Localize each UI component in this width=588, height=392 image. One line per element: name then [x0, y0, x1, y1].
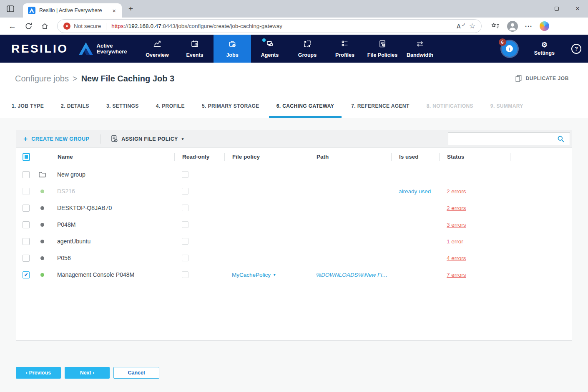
step-primary-storage[interactable]: 5. PRIMARY STORAGE	[194, 94, 267, 118]
nav-jobs[interactable]: Jobs	[214, 35, 251, 63]
errors-link[interactable]: 3 errors	[447, 222, 466, 228]
duplicate-job-label: DUPLICATE JOB	[525, 76, 569, 81]
nav-profiles[interactable]: Profiles	[326, 35, 364, 63]
read-only-checkbox[interactable]	[182, 221, 188, 228]
read-aloud-glyph: A	[457, 23, 461, 30]
step-reference-agent[interactable]: 7. REFERENCE AGENT	[344, 94, 417, 118]
duplicate-job-button[interactable]: DUPLICATE JOB	[515, 75, 569, 82]
path-link[interactable]: %DOWNLOADS%\New Fi…	[316, 272, 388, 278]
agents-status-dot	[262, 38, 266, 42]
assign-file-policy-button[interactable]: ASSIGN FILE POLICY ▾	[111, 135, 184, 142]
table-row[interactable]: New group	[16, 166, 572, 183]
table-row[interactable]: P048M 3 errors	[16, 216, 572, 233]
notifications-button[interactable]: 6 i	[502, 41, 518, 57]
file-policy-dropdown[interactable]: MyCachePolicy ▾	[232, 272, 276, 278]
header-right: 6 i ⚙ Settings ?	[502, 35, 588, 63]
nav-overview[interactable]: Overview	[138, 35, 176, 63]
column-read-only: Read-only	[174, 153, 224, 161]
nav-settings[interactable]: ⚙ Settings	[534, 41, 555, 56]
refresh-icon[interactable]	[25, 22, 33, 30]
close-window-button[interactable]: ×	[567, 0, 588, 18]
errors-link[interactable]: 4 errors	[447, 255, 466, 261]
errors-link[interactable]: 2 errors	[447, 205, 466, 211]
copilot-icon[interactable]	[540, 21, 549, 31]
app-header: RESILIO Active Everywhere Overview Event…	[0, 35, 588, 63]
read-only-checkbox[interactable]	[182, 255, 188, 261]
table-row[interactable]: ✔ Management Console P048M MyCachePolicy…	[16, 266, 572, 283]
nav-groups-label: Groups	[298, 52, 317, 58]
row-checkbox[interactable]	[23, 171, 30, 178]
row-checkbox[interactable]	[23, 255, 30, 262]
favorite-star-icon[interactable]: ☆	[469, 22, 475, 30]
table-row[interactable]: DS216 already used 2 errors	[16, 183, 572, 200]
browser-tab[interactable]: Resilio | Active Everywhere ×	[23, 3, 122, 18]
step-caching-gateway[interactable]: 6. CACHING GATEWAY	[269, 94, 342, 118]
next-button[interactable]: Next ›	[65, 367, 110, 379]
breadcrumb[interactable]: Configure jobs	[15, 74, 69, 83]
brand-line2: Everywhere	[97, 49, 127, 55]
row-checkbox[interactable]	[23, 205, 30, 212]
errors-link[interactable]: 7 errors	[447, 272, 466, 278]
address-bar[interactable]: × Not secure https://192.168.0.47:8443/j…	[57, 19, 482, 33]
overview-chart-icon	[153, 39, 162, 50]
errors-link[interactable]: 2 errors	[447, 188, 466, 195]
search-icon	[557, 135, 565, 143]
home-icon[interactable]	[41, 22, 49, 30]
step-settings[interactable]: 3. SETTINGS	[99, 94, 146, 118]
help-button[interactable]: ?	[571, 44, 581, 54]
row-checkbox[interactable]	[23, 221, 30, 228]
back-icon[interactable]: ←	[8, 22, 16, 31]
read-aloud-icon[interactable]: A	[457, 23, 462, 30]
tab-close-icon[interactable]: ×	[111, 7, 118, 14]
read-only-checkbox[interactable]	[182, 271, 188, 278]
search-input[interactable]	[448, 133, 552, 145]
nav-bandwidth[interactable]: Bandwidth	[401, 35, 439, 63]
step-details[interactable]: 2. DETAILS	[53, 94, 97, 118]
read-only-checkbox[interactable]	[182, 238, 188, 245]
nav-file-policies[interactable]: File Policies	[364, 35, 401, 63]
table-row[interactable]: agentUbuntu 1 error	[16, 233, 572, 250]
table-row[interactable]: DESKTOP-Q8JAB70 2 errors	[16, 200, 572, 216]
agent-status-dot	[40, 206, 44, 210]
nav-agents[interactable]: Agents	[251, 35, 289, 63]
tab-actions-icon[interactable]	[5, 4, 15, 14]
pill-divider	[106, 23, 106, 30]
favorites-hub-icon[interactable]	[491, 23, 500, 30]
url-host: 192.168.0.47	[128, 23, 161, 29]
agent-status-dot	[40, 190, 44, 193]
cancel-button[interactable]: Cancel	[113, 367, 159, 379]
new-tab-button[interactable]: +	[128, 4, 133, 13]
read-only-checkbox[interactable]	[182, 171, 188, 178]
nav-file-policies-label: File Policies	[367, 52, 397, 58]
icon-column-header	[36, 153, 49, 161]
agent-status-dot	[40, 240, 44, 243]
profile-avatar[interactable]	[507, 21, 518, 32]
create-new-group-button[interactable]: + CREATE NEW GROUP	[23, 136, 89, 142]
minimize-button[interactable]	[525, 0, 546, 18]
select-all-checkbox[interactable]	[23, 153, 30, 161]
resilio-wordmark: RESILIO	[11, 42, 68, 56]
read-only-checkbox[interactable]	[182, 205, 188, 211]
not-secure-icon[interactable]: ×	[63, 23, 70, 30]
previous-button[interactable]: ‹ Previous	[16, 367, 61, 379]
step-profile[interactable]: 4. PROFILE	[148, 94, 192, 118]
search-button[interactable]	[552, 133, 570, 145]
nav-events[interactable]: Events	[176, 35, 214, 63]
browser-toolbar: ← × Not secure https://192.168.0.47:8443…	[0, 18, 588, 35]
row-checkbox[interactable]	[23, 238, 30, 245]
nav-profiles-label: Profiles	[335, 52, 354, 58]
nav-jobs-label: Jobs	[226, 52, 238, 58]
file-policies-document-icon	[378, 39, 387, 50]
errors-link[interactable]: 1 error	[447, 238, 463, 245]
bandwidth-arrows-icon	[415, 39, 425, 50]
row-checkbox[interactable]: ✔	[23, 271, 30, 278]
url-scheme: https	[111, 23, 123, 29]
file-policy-value: MyCachePolicy	[232, 272, 271, 278]
maximize-button[interactable]	[546, 0, 567, 18]
url-path: :8443/jobs/configure/create/job-caching-…	[161, 23, 282, 29]
more-options-icon[interactable]: ···	[525, 23, 533, 30]
step-job-type[interactable]: 1. JOB TYPE	[12, 94, 51, 118]
nav-groups[interactable]: Groups	[289, 35, 326, 63]
table-row[interactable]: P056 4 errors	[16, 250, 572, 266]
page-content: + CREATE NEW GROUP ASSIGN FILE POLICY ▾ …	[0, 130, 588, 392]
